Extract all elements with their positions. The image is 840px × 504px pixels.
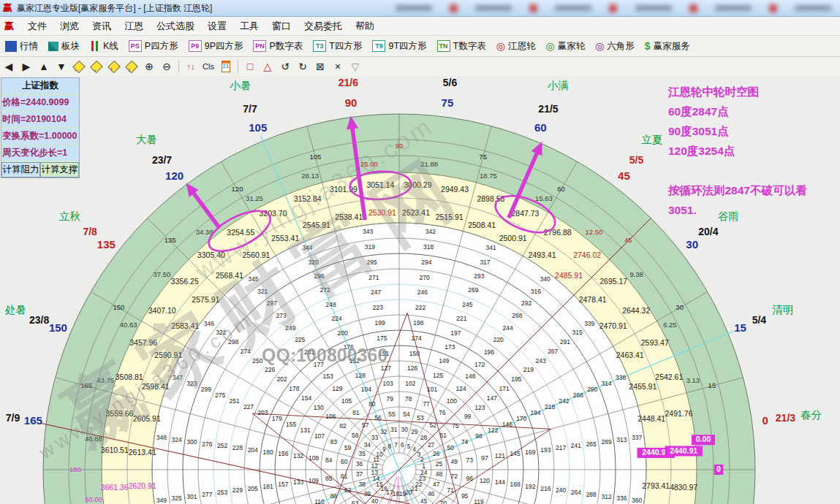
spiral-number: 123	[474, 404, 485, 411]
spiral-number: 154	[301, 394, 311, 402]
pointer-down-button[interactable]: ▼	[53, 58, 70, 75]
spiral-number: 201	[304, 348, 314, 356]
spiral-number: 55	[388, 411, 396, 418]
toolbar-quotes[interactable]: 行情	[0, 37, 43, 55]
menu-window[interactable]: 窗口	[265, 20, 298, 33]
pan-right-button[interactable]: →	[88, 58, 105, 75]
date-label: 7/7	[243, 103, 257, 115]
toolbar-t-square[interactable]: T3 T四方形	[308, 37, 367, 55]
spiral-number: 58	[352, 432, 359, 439]
spiral-number: 180	[262, 448, 273, 456]
percent-label: 6.25	[663, 321, 677, 329]
menu-gann[interactable]: 江恩	[118, 20, 150, 33]
spiral-number: 39	[364, 490, 371, 497]
nav-forward-button[interactable]: ▶	[18, 58, 35, 75]
menu-help[interactable]: 帮助	[349, 20, 381, 33]
spiral-number: 28	[420, 434, 428, 441]
spiral-number: 99	[464, 413, 472, 420]
gann-wheel-chart[interactable]: 1234567891011121314151617181920212223242…	[0, 76, 840, 504]
calendar-button[interactable]: 21	[217, 58, 235, 75]
spiral-number: 222	[415, 304, 425, 311]
price-outer-label: 2593.47	[641, 338, 669, 347]
pan-left-button[interactable]: ←	[70, 58, 88, 75]
menu-settings[interactable]: 设置	[201, 20, 233, 33]
price-outer-label: 3661.36	[101, 483, 129, 492]
spiral-number: 109	[309, 477, 319, 484]
rotate-cw-button[interactable]: ↻	[294, 58, 311, 75]
scale-tool-icon: ↑↓	[187, 62, 195, 71]
rect-tool-button[interactable]: □	[241, 58, 259, 75]
pan-left-icon: ←	[72, 60, 86, 73]
cls-button[interactable]: Cls	[200, 58, 217, 75]
spiral-number: 133	[293, 478, 303, 486]
spiral-number: 71	[447, 486, 454, 494]
spiral-number: 342	[425, 228, 436, 235]
percent-label: 25.00	[360, 160, 378, 168]
toolbar-p-square[interactable]: PS P四方形	[124, 37, 183, 55]
price-inner-label: 2613.41	[129, 448, 156, 457]
toolbar-9p-square[interactable]: P9 9P四方形	[183, 37, 249, 55]
nav-back-icon: ◀	[5, 61, 13, 72]
clear-tool-button[interactable]: ▽	[347, 58, 364, 75]
date-label: 23/7	[152, 154, 172, 166]
expand-button[interactable]: ⊠	[311, 58, 329, 75]
toolbar-gann-wheel[interactable]: ◎ 江恩轮	[491, 37, 541, 55]
menu-news[interactable]: 资讯	[86, 20, 118, 33]
main-toolbar: 行情 板块 K线 PS P四方形 P9 9P四方形 PN P数字表 T3 T四方…	[0, 36, 840, 57]
menu-trade[interactable]: 交易委托	[298, 20, 349, 33]
spiral-number: 225	[295, 336, 305, 343]
spiral-number: 104	[361, 386, 371, 393]
titlebar-blurred-icons	[387, 0, 840, 16]
annotation-line: 60度2847点	[668, 102, 838, 121]
calc-support-button[interactable]: 计算支撑	[40, 162, 79, 177]
spiral-number: 224	[332, 315, 342, 322]
spiral-number: 72	[451, 473, 458, 480]
menu-browse[interactable]: 浏览	[53, 20, 86, 33]
spiral-number: 297	[267, 299, 277, 307]
crosshair-button[interactable]: ×	[329, 58, 347, 75]
price-outer-label: 2695.17	[599, 277, 627, 286]
spiral-number: 301	[186, 493, 197, 500]
step-row: 周天变化步长=1	[1, 145, 79, 162]
spiral-number: 298	[228, 338, 238, 345]
toolbar-kline[interactable]: K线	[85, 37, 124, 55]
annotation-line: 按循环法则2847不破可以看	[668, 180, 838, 200]
date-label: 21/3	[776, 412, 795, 424]
triangle-tool-button[interactable]: △	[259, 58, 276, 75]
menu-tools[interactable]: 工具	[233, 20, 265, 33]
solar-term-label: 小满	[548, 80, 569, 91]
toolbar-hexagon[interactable]: ◎ 六角形	[590, 37, 640, 55]
spiral-number: 37	[356, 470, 363, 478]
pan-up-button[interactable]: ↑	[105, 58, 123, 75]
toolbar-t-table[interactable]: TN T数字表	[432, 37, 491, 55]
triangle-tool-icon: △	[264, 61, 272, 72]
percent-label: 31.25	[246, 194, 263, 202]
toolbar-winner-service[interactable]: $ 赢家服务	[640, 37, 695, 55]
calc-resistance-button[interactable]: 计算阻力	[1, 162, 40, 177]
rotate-ccw-button[interactable]: ↺	[276, 58, 294, 75]
spiral-number: 119	[474, 498, 484, 504]
price-inner-label: 2463.41	[616, 351, 644, 359]
pan-down-button[interactable]: ↓	[123, 58, 140, 75]
spiral-number: 221	[456, 315, 466, 322]
toolbar-winner-wheel[interactable]: ◎ 赢家轮	[540, 37, 590, 55]
menu-file[interactable]: 文件	[21, 20, 53, 33]
zoom-out-button[interactable]: ⊖	[158, 58, 175, 75]
toolbar-sectors[interactable]: 板块	[43, 37, 85, 55]
toolbar-9t-square[interactable]: T9 9T四方形	[367, 37, 431, 55]
spiral-number: 145	[510, 450, 521, 457]
nav-back-button[interactable]: ◀	[0, 58, 18, 75]
price-inner-label: 2478.41	[579, 295, 607, 304]
solar-term-label: 大暑	[136, 134, 157, 145]
spiral-number: 241	[571, 442, 581, 449]
pointer-up-icon: ▲	[39, 61, 49, 72]
scale-tool-button[interactable]: ↑↓	[182, 58, 200, 75]
percent-label: 46.88	[85, 435, 102, 443]
pointer-up-button[interactable]: ▲	[35, 58, 53, 75]
spiral-number: 152	[349, 357, 360, 364]
menu-formula-select[interactable]: 公式选股	[150, 20, 201, 33]
spiral-number: 146	[502, 421, 512, 428]
zoom-in-button[interactable]: ⊕	[140, 58, 158, 75]
toolbar-p-table[interactable]: PN P数字表	[248, 37, 308, 55]
crosshair-icon: ×	[335, 61, 341, 72]
